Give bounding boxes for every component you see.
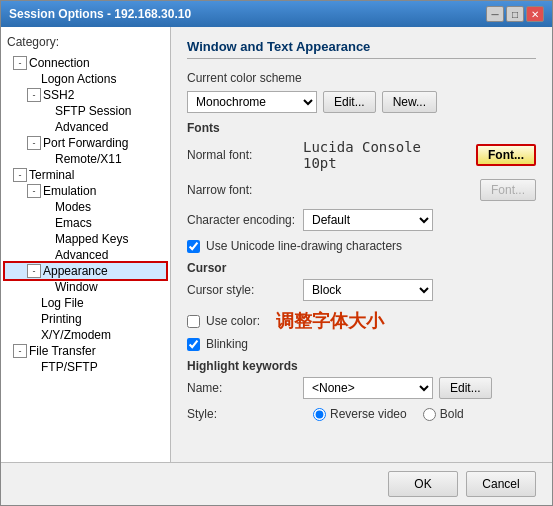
bold-radio-item: Bold <box>423 407 464 421</box>
use-color-label: Use color: <box>206 314 260 328</box>
cursor-section-header: Cursor <box>187 261 536 275</box>
narrow-font-label: Narrow font: <box>187 183 297 197</box>
panel-title: Window and Text Appearance <box>187 39 536 59</box>
encoding-label: Character encoding: <box>187 213 297 227</box>
sidebar-item-window[interactable]: Window <box>5 279 166 295</box>
cursor-style-select[interactable]: Block Underline Vertical Bar <box>303 279 433 301</box>
normal-font-row: Normal font: Lucida Console 10pt Font... <box>187 139 536 171</box>
normal-font-label: Normal font: <box>187 148 297 162</box>
highlight-section-header: Highlight keywords <box>187 359 536 373</box>
expander-port[interactable]: - <box>27 136 41 150</box>
cancel-button[interactable]: Cancel <box>466 471 536 497</box>
main-window: Session Options - 192.168.30.10 ─ □ ✕ Ca… <box>0 0 553 506</box>
sidebar-item-advanced-ssh[interactable]: Advanced <box>5 119 166 135</box>
cursor-style-row: Cursor style: Block Underline Vertical B… <box>187 279 536 301</box>
unicode-row: Use Unicode line-drawing characters <box>187 239 536 253</box>
fonts-label: Fonts <box>187 121 536 135</box>
highlight-name-select[interactable]: <None> <box>303 377 433 399</box>
encoding-select[interactable]: Default <box>303 209 433 231</box>
minimize-button[interactable]: ─ <box>486 6 504 22</box>
sidebar-item-file-transfer[interactable]: - File Transfer <box>5 343 166 359</box>
normal-font-value: Lucida Console 10pt <box>303 139 462 171</box>
sidebar: Category: - Connection Logon Actions - S… <box>1 27 171 462</box>
unicode-label: Use Unicode line-drawing characters <box>206 239 402 253</box>
reverse-video-radio[interactable] <box>313 408 326 421</box>
sidebar-item-emulation[interactable]: - Emulation <box>5 183 166 199</box>
font-button[interactable]: Font... <box>476 144 536 166</box>
sidebar-item-mapped-keys[interactable]: Mapped Keys <box>5 231 166 247</box>
encoding-row: Character encoding: Default <box>187 209 536 231</box>
highlight-style-label: Style: <box>187 407 297 421</box>
narrow-font-row: Narrow font: Font... <box>187 179 536 201</box>
sidebar-item-connection[interactable]: - Connection <box>5 55 166 71</box>
highlight-style-row: Style: Reverse video Bold <box>187 407 536 421</box>
footer: OK Cancel <box>1 462 552 505</box>
sidebar-item-appearance[interactable]: - Appearance <box>5 263 166 279</box>
reverse-video-radio-item: Reverse video <box>313 407 407 421</box>
main-panel: Window and Text Appearance Current color… <box>171 27 552 462</box>
sidebar-item-modes[interactable]: Modes <box>5 199 166 215</box>
cursor-annotation: 调整字体大小 <box>276 309 384 333</box>
sidebar-item-ssh2[interactable]: - SSH2 <box>5 87 166 103</box>
content-area: Category: - Connection Logon Actions - S… <box>1 27 552 462</box>
title-bar: Session Options - 192.168.30.10 ─ □ ✕ <box>1 1 552 27</box>
sidebar-item-remote-x11[interactable]: Remote/X11 <box>5 151 166 167</box>
edit-color-button[interactable]: Edit... <box>323 91 376 113</box>
reverse-video-label: Reverse video <box>330 407 407 421</box>
ok-button[interactable]: OK <box>388 471 458 497</box>
highlight-name-label: Name: <box>187 381 297 395</box>
blinking-row: Blinking <box>187 337 536 351</box>
sidebar-item-terminal[interactable]: - Terminal <box>5 167 166 183</box>
sidebar-item-ftp-sftp[interactable]: FTP/SFTP <box>5 359 166 375</box>
category-label: Category: <box>5 35 166 49</box>
cursor-style-label: Cursor style: <box>187 283 297 297</box>
sidebar-item-emacs[interactable]: Emacs <box>5 215 166 231</box>
sidebar-item-log-file[interactable]: Log File <box>5 295 166 311</box>
use-color-checkbox[interactable] <box>187 315 200 328</box>
expander-appearance[interactable]: - <box>27 264 41 278</box>
highlight-name-row: Name: <None> Edit... <box>187 377 536 399</box>
color-scheme-row: Monochrome Edit... New... <box>187 91 536 113</box>
expander-terminal[interactable]: - <box>13 168 27 182</box>
new-color-button[interactable]: New... <box>382 91 437 113</box>
close-button[interactable]: ✕ <box>526 6 544 22</box>
window-title: Session Options - 192.168.30.10 <box>9 7 191 21</box>
color-scheme-label: Current color scheme <box>187 71 536 85</box>
sidebar-item-sftp-session[interactable]: SFTP Session <box>5 103 166 119</box>
blinking-checkbox[interactable] <box>187 338 200 351</box>
bold-radio[interactable] <box>423 408 436 421</box>
blinking-label: Blinking <box>206 337 248 351</box>
use-color-row: Use color: 调整字体大小 <box>187 309 536 333</box>
sidebar-item-port-forwarding[interactable]: - Port Forwarding <box>5 135 166 151</box>
narrow-font-button[interactable]: Font... <box>480 179 536 201</box>
expander-connection[interactable]: - <box>13 56 27 70</box>
sidebar-item-logon-actions[interactable]: Logon Actions <box>5 71 166 87</box>
expander-ssh2[interactable]: - <box>27 88 41 102</box>
sidebar-item-printing[interactable]: Printing <box>5 311 166 327</box>
bold-label: Bold <box>440 407 464 421</box>
expander-file-transfer[interactable]: - <box>13 344 27 358</box>
sidebar-item-xy-zmodem[interactable]: X/Y/Zmodem <box>5 327 166 343</box>
color-scheme-select[interactable]: Monochrome <box>187 91 317 113</box>
unicode-checkbox[interactable] <box>187 240 200 253</box>
expander-emulation[interactable]: - <box>27 184 41 198</box>
sidebar-item-advanced-term[interactable]: Advanced <box>5 247 166 263</box>
highlight-edit-button[interactable]: Edit... <box>439 377 492 399</box>
title-bar-controls: ─ □ ✕ <box>486 6 544 22</box>
maximize-button[interactable]: □ <box>506 6 524 22</box>
